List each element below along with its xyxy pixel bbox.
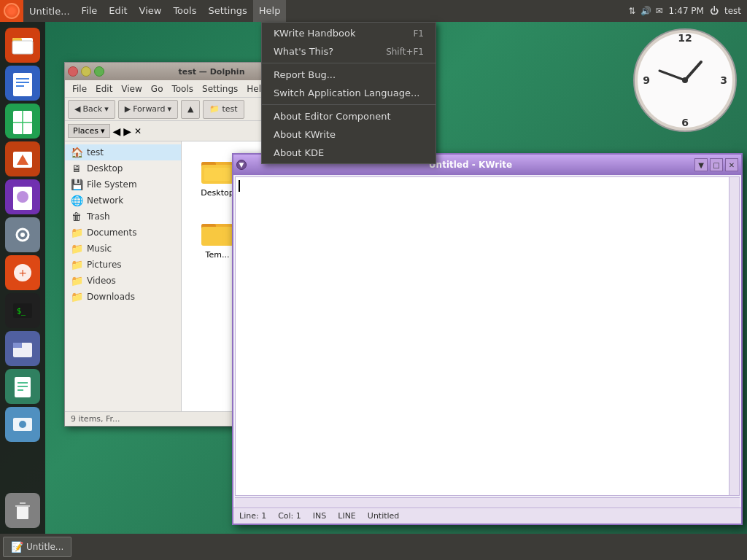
help-menu: KWrite Handbook F1 What's This? Shift+F1… xyxy=(261,22,436,164)
fm-menu-settings[interactable]: Settings xyxy=(198,80,242,98)
menu-view[interactable]: View xyxy=(133,0,168,22)
network-sidebar-icon: 🌐 xyxy=(71,195,82,206)
dock-terminal[interactable]: $_ xyxy=(5,293,40,328)
fm-menu-tools[interactable]: Tools xyxy=(167,80,198,98)
fm-menu-go[interactable]: Go xyxy=(147,80,168,98)
panel-right: ⇅ 🔊 ✉ 1:47 PM ⏻ test xyxy=(628,6,747,16)
filesystem-icon: 💾 xyxy=(71,179,82,190)
kwrite-filename: Untitled xyxy=(368,511,400,521)
horizontal-scrollbar[interactable] xyxy=(235,497,740,508)
menu-item-about-kwrite[interactable]: About KWrite xyxy=(262,125,436,144)
forward-button[interactable]: ▶ Forward ▾ xyxy=(118,100,178,119)
taskbar-kwrite[interactable]: 📝 Untitle... xyxy=(3,537,71,557)
kwrite-editor[interactable] xyxy=(235,176,740,496)
clock-label: 1:47 PM xyxy=(669,6,704,16)
menu-edit[interactable]: Edit xyxy=(103,0,133,22)
svg-point-8 xyxy=(682,77,688,83)
sidebar-item-music[interactable]: 📁 Music xyxy=(65,241,181,257)
svg-text:3: 3 xyxy=(720,74,727,86)
menu-item-whats-this[interactable]: What's This? Shift+F1 xyxy=(262,42,436,61)
dock-files[interactable] xyxy=(5,28,40,63)
menu-tools[interactable]: Tools xyxy=(167,0,202,22)
up-button[interactable]: ▲ xyxy=(181,100,200,119)
svg-rect-37 xyxy=(17,506,28,519)
fm-menu-view[interactable]: View xyxy=(117,80,146,98)
kwrite-col: Col: 1 xyxy=(278,511,301,521)
kwrite-task-icon: 📝 xyxy=(11,541,23,553)
music-icon: 📁 xyxy=(71,243,82,254)
svg-rect-11 xyxy=(12,41,33,54)
fm-menu-file[interactable]: File xyxy=(68,80,91,98)
menu-file[interactable]: File xyxy=(76,0,104,22)
kwrite-restore-button[interactable]: □ xyxy=(710,158,723,171)
prev-location-btn[interactable]: ◀ xyxy=(113,125,121,137)
user-label: test xyxy=(724,6,741,16)
app-title: Untitle... xyxy=(23,6,76,17)
menu-item-report-bug[interactable]: Report Bug... xyxy=(262,66,436,84)
sidebar-item-test[interactable]: 🏠 test xyxy=(65,144,181,160)
svg-text:12: 12 xyxy=(678,32,692,44)
menu-item-handbook[interactable]: KWrite Handbook F1 xyxy=(262,24,436,42)
sidebar-item-documents[interactable]: 📁 Documents xyxy=(65,225,181,241)
menu-separator-2 xyxy=(262,104,436,105)
pictures-icon: 📁 xyxy=(71,259,82,271)
svg-rect-30 xyxy=(13,343,22,348)
clock-widget: 12 3 6 9 xyxy=(630,26,740,137)
back-dropdown-icon: ▾ xyxy=(104,104,109,114)
svg-text:6: 6 xyxy=(681,117,689,128)
close-button[interactable] xyxy=(68,66,78,77)
dock-install[interactable]: + xyxy=(5,255,40,290)
kwrite-close-btn[interactable]: ✕ xyxy=(725,158,738,171)
power-icon[interactable]: ⏻ xyxy=(710,6,719,16)
sidebar-item-filesystem[interactable]: 💾 File System xyxy=(65,176,181,192)
trash-sidebar-icon: 🗑 xyxy=(71,211,82,222)
downloads-icon: 📁 xyxy=(71,291,82,303)
menu-settings[interactable]: Settings xyxy=(202,0,252,22)
menu-help[interactable]: Help xyxy=(253,0,287,22)
svg-rect-43 xyxy=(204,168,231,181)
sidebar-item-pictures[interactable]: 📁 Pictures xyxy=(65,257,181,273)
sidebar-item-desktop[interactable]: 🖥 Desktop xyxy=(65,160,181,176)
kwrite-minimize-button[interactable]: ▼ xyxy=(694,158,708,171)
sidebar-item-downloads[interactable]: 📁 Downloads xyxy=(65,289,181,305)
maximize-button[interactable] xyxy=(94,66,104,77)
sidebar-item-trash[interactable]: 🗑 Trash xyxy=(65,209,181,225)
taskbar: 📝 Untitle... xyxy=(0,534,747,560)
app-menubar: File Edit View Tools Settings Help xyxy=(76,0,287,22)
dock-files2[interactable] xyxy=(5,331,40,366)
menu-item-about-editor[interactable]: About Editor Component xyxy=(262,107,436,125)
svg-text:$_: $_ xyxy=(17,307,26,316)
back-button[interactable]: ◀ Back ▾ xyxy=(68,100,115,119)
fm-menu-edit[interactable]: Edit xyxy=(91,80,117,98)
videos-icon: 📁 xyxy=(71,275,82,287)
menu-item-switch-language[interactable]: Switch Application Language... xyxy=(262,84,436,102)
dock-calc[interactable] xyxy=(5,104,40,139)
kwrite-close-button[interactable]: ▼ xyxy=(236,160,247,170)
minimize-button[interactable] xyxy=(81,66,91,77)
ubuntu-button[interactable] xyxy=(0,0,23,22)
dock-writer[interactable] xyxy=(5,66,40,101)
next-location-btn[interactable]: ▶ xyxy=(123,125,131,137)
test-breadcrumb[interactable]: 📁 test xyxy=(203,100,244,119)
documents-icon: 📁 xyxy=(71,227,82,238)
dock-settings[interactable] xyxy=(5,217,40,252)
panel-left: Untitle... File Edit View Tools Settings… xyxy=(0,0,286,22)
top-panel: Untitle... File Edit View Tools Settings… xyxy=(0,0,747,22)
network-icon: ⇅ xyxy=(628,6,635,16)
dock: + $_ xyxy=(0,22,45,534)
close-location-icon[interactable]: ✕ xyxy=(134,126,142,136)
dock-impress[interactable] xyxy=(5,141,40,176)
places-sidebar: 🏠 test 🖥 Desktop 💾 File System 🌐 Network… xyxy=(65,141,182,411)
dock-text-editor[interactable] xyxy=(5,369,40,404)
kwrite-ins: INS xyxy=(313,511,326,521)
sidebar-item-videos[interactable]: 📁 Videos xyxy=(65,273,181,289)
kwrite-line: Line: 1 xyxy=(239,511,266,521)
dock-screenshots[interactable] xyxy=(5,407,40,442)
vertical-scrollbar[interactable] xyxy=(729,177,739,495)
dock-draw[interactable] xyxy=(5,179,40,214)
menu-item-about-kde[interactable]: About KDE xyxy=(262,144,436,162)
places-selector[interactable]: Places ▾ xyxy=(68,124,110,138)
sidebar-item-network[interactable]: 🌐 Network xyxy=(65,192,181,209)
up-arrow-icon: ▲ xyxy=(187,104,193,114)
dock-trash[interactable] xyxy=(5,493,40,528)
